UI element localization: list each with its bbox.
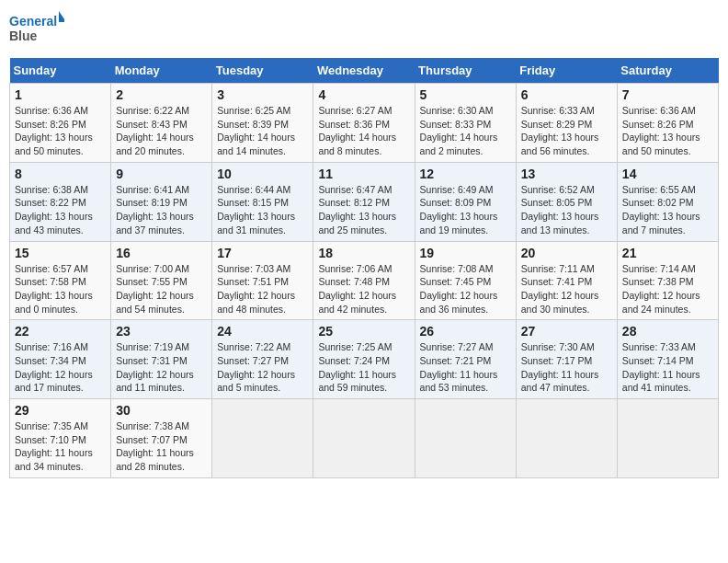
empty-cell xyxy=(516,399,617,478)
day-detail: Sunrise: 7:22 AMSunset: 7:27 PMDaylight:… xyxy=(217,340,308,395)
day-detail: Sunrise: 7:30 AMSunset: 7:17 PMDaylight:… xyxy=(521,340,612,395)
day-number: 13 xyxy=(521,167,612,181)
calendar-day-13: 13Sunrise: 6:52 AMSunset: 8:05 PMDayligh… xyxy=(516,162,617,241)
logo-svg: General Blue xyxy=(9,9,64,51)
calendar-day-28: 28Sunrise: 7:33 AMSunset: 7:14 PMDayligh… xyxy=(617,320,718,399)
day-number: 26 xyxy=(420,324,511,339)
day-number: 9 xyxy=(116,167,207,181)
calendar-row: 1Sunrise: 6:36 AMSunset: 8:26 PMDaylight… xyxy=(10,84,719,163)
empty-cell xyxy=(415,399,516,478)
calendar-day-14: 14Sunrise: 6:55 AMSunset: 8:02 PMDayligh… xyxy=(617,162,718,241)
calendar-day-21: 21Sunrise: 7:14 AMSunset: 7:38 PMDayligh… xyxy=(617,241,718,320)
day-detail: Sunrise: 6:55 AMSunset: 8:02 PMDaylight:… xyxy=(622,183,713,237)
calendar-day-6: 6Sunrise: 6:33 AMSunset: 8:29 PMDaylight… xyxy=(516,84,617,163)
weekday-header-friday: Friday xyxy=(516,58,617,84)
day-detail: Sunrise: 6:36 AMSunset: 8:26 PMDaylight:… xyxy=(622,104,713,158)
day-detail: Sunrise: 6:49 AMSunset: 8:09 PMDaylight:… xyxy=(420,183,511,237)
day-detail: Sunrise: 6:44 AMSunset: 8:15 PMDaylight:… xyxy=(217,183,308,237)
calendar-day-19: 19Sunrise: 7:08 AMSunset: 7:45 PMDayligh… xyxy=(415,241,516,320)
empty-cell xyxy=(313,399,415,478)
day-number: 6 xyxy=(521,87,612,102)
day-detail: Sunrise: 6:38 AMSunset: 8:22 PMDaylight:… xyxy=(15,183,106,237)
day-number: 12 xyxy=(420,167,511,181)
calendar-day-23: 23Sunrise: 7:19 AMSunset: 7:31 PMDayligh… xyxy=(111,320,212,399)
day-number: 17 xyxy=(217,246,308,260)
day-detail: Sunrise: 7:33 AMSunset: 7:14 PMDaylight:… xyxy=(622,340,713,395)
day-number: 25 xyxy=(318,324,409,339)
svg-text:General: General xyxy=(9,14,57,29)
day-detail: Sunrise: 7:35 AMSunset: 7:10 PMDaylight:… xyxy=(15,419,106,474)
day-detail: Sunrise: 7:06 AMSunset: 7:48 PMDaylight:… xyxy=(318,262,409,316)
day-detail: Sunrise: 7:25 AMSunset: 7:24 PMDaylight:… xyxy=(318,340,409,395)
day-number: 30 xyxy=(116,403,207,418)
calendar-day-9: 9Sunrise: 6:41 AMSunset: 8:19 PMDaylight… xyxy=(111,162,212,241)
day-detail: Sunrise: 7:11 AMSunset: 7:41 PMDaylight:… xyxy=(521,262,612,316)
day-detail: Sunrise: 7:03 AMSunset: 7:51 PMDaylight:… xyxy=(217,262,308,316)
calendar-day-30: 30Sunrise: 7:38 AMSunset: 7:07 PMDayligh… xyxy=(111,399,212,478)
calendar-table: SundayMondayTuesdayWednesdayThursdayFrid… xyxy=(9,58,719,478)
day-detail: Sunrise: 6:25 AMSunset: 8:39 PMDaylight:… xyxy=(217,104,308,158)
logo: General Blue xyxy=(9,9,64,51)
weekday-header-tuesday: Tuesday xyxy=(212,58,313,84)
calendar-day-5: 5Sunrise: 6:30 AMSunset: 8:33 PMDaylight… xyxy=(415,84,516,163)
day-number: 27 xyxy=(521,324,612,339)
day-number: 8 xyxy=(15,167,106,181)
day-detail: Sunrise: 7:16 AMSunset: 7:34 PMDaylight:… xyxy=(15,340,106,395)
weekday-header-monday: Monday xyxy=(111,58,212,84)
page-header: General Blue xyxy=(9,9,719,51)
day-detail: Sunrise: 7:27 AMSunset: 7:21 PMDaylight:… xyxy=(420,340,511,395)
day-detail: Sunrise: 6:52 AMSunset: 8:05 PMDaylight:… xyxy=(521,183,612,237)
calendar-row: 15Sunrise: 6:57 AMSunset: 7:58 PMDayligh… xyxy=(10,241,719,320)
calendar-day-11: 11Sunrise: 6:47 AMSunset: 8:12 PMDayligh… xyxy=(313,162,415,241)
day-detail: Sunrise: 6:57 AMSunset: 7:58 PMDaylight:… xyxy=(15,262,106,316)
day-detail: Sunrise: 6:30 AMSunset: 8:33 PMDaylight:… xyxy=(420,104,511,158)
calendar-day-24: 24Sunrise: 7:22 AMSunset: 7:27 PMDayligh… xyxy=(212,320,313,399)
day-detail: Sunrise: 6:22 AMSunset: 8:43 PMDaylight:… xyxy=(116,104,207,158)
calendar-row: 22Sunrise: 7:16 AMSunset: 7:34 PMDayligh… xyxy=(10,320,719,399)
calendar-day-25: 25Sunrise: 7:25 AMSunset: 7:24 PMDayligh… xyxy=(313,320,415,399)
calendar-day-4: 4Sunrise: 6:27 AMSunset: 8:36 PMDaylight… xyxy=(313,84,415,163)
svg-marker-2 xyxy=(59,11,64,22)
calendar-day-16: 16Sunrise: 7:00 AMSunset: 7:55 PMDayligh… xyxy=(111,241,212,320)
day-number: 23 xyxy=(116,324,207,339)
day-detail: Sunrise: 6:33 AMSunset: 8:29 PMDaylight:… xyxy=(521,104,612,158)
day-number: 24 xyxy=(217,324,308,339)
calendar-day-15: 15Sunrise: 6:57 AMSunset: 7:58 PMDayligh… xyxy=(10,241,111,320)
day-detail: Sunrise: 7:00 AMSunset: 7:55 PMDaylight:… xyxy=(116,262,207,316)
weekday-header-wednesday: Wednesday xyxy=(313,58,415,84)
day-number: 15 xyxy=(15,246,106,260)
day-detail: Sunrise: 7:14 AMSunset: 7:38 PMDaylight:… xyxy=(622,262,713,316)
weekday-header-saturday: Saturday xyxy=(617,58,718,84)
calendar-day-29: 29Sunrise: 7:35 AMSunset: 7:10 PMDayligh… xyxy=(10,399,111,478)
day-number: 20 xyxy=(521,246,612,260)
empty-cell xyxy=(617,399,718,478)
day-number: 21 xyxy=(622,246,713,260)
day-detail: Sunrise: 7:38 AMSunset: 7:07 PMDaylight:… xyxy=(116,419,207,474)
svg-text:Blue: Blue xyxy=(9,29,38,43)
day-detail: Sunrise: 6:47 AMSunset: 8:12 PMDaylight:… xyxy=(318,183,409,237)
day-number: 1 xyxy=(15,87,106,102)
calendar-day-18: 18Sunrise: 7:06 AMSunset: 7:48 PMDayligh… xyxy=(313,241,415,320)
day-number: 29 xyxy=(15,403,106,418)
day-number: 10 xyxy=(217,167,308,181)
calendar-day-3: 3Sunrise: 6:25 AMSunset: 8:39 PMDaylight… xyxy=(212,84,313,163)
day-number: 4 xyxy=(318,87,409,102)
calendar-row: 8Sunrise: 6:38 AMSunset: 8:22 PMDaylight… xyxy=(10,162,719,241)
day-number: 22 xyxy=(15,324,106,339)
day-number: 16 xyxy=(116,246,207,260)
day-detail: Sunrise: 7:19 AMSunset: 7:31 PMDaylight:… xyxy=(116,340,207,395)
calendar-day-8: 8Sunrise: 6:38 AMSunset: 8:22 PMDaylight… xyxy=(10,162,111,241)
day-detail: Sunrise: 7:08 AMSunset: 7:45 PMDaylight:… xyxy=(420,262,511,316)
calendar-day-17: 17Sunrise: 7:03 AMSunset: 7:51 PMDayligh… xyxy=(212,241,313,320)
day-number: 2 xyxy=(116,87,207,102)
calendar-day-26: 26Sunrise: 7:27 AMSunset: 7:21 PMDayligh… xyxy=(415,320,516,399)
day-number: 7 xyxy=(622,87,713,102)
weekday-header-thursday: Thursday xyxy=(415,58,516,84)
day-number: 3 xyxy=(217,87,308,102)
day-number: 28 xyxy=(622,324,713,339)
calendar-day-1: 1Sunrise: 6:36 AMSunset: 8:26 PMDaylight… xyxy=(10,84,111,163)
weekday-header-sunday: Sunday xyxy=(10,58,111,84)
day-number: 19 xyxy=(420,246,511,260)
calendar-header: SundayMondayTuesdayWednesdayThursdayFrid… xyxy=(10,58,719,84)
calendar-day-20: 20Sunrise: 7:11 AMSunset: 7:41 PMDayligh… xyxy=(516,241,617,320)
